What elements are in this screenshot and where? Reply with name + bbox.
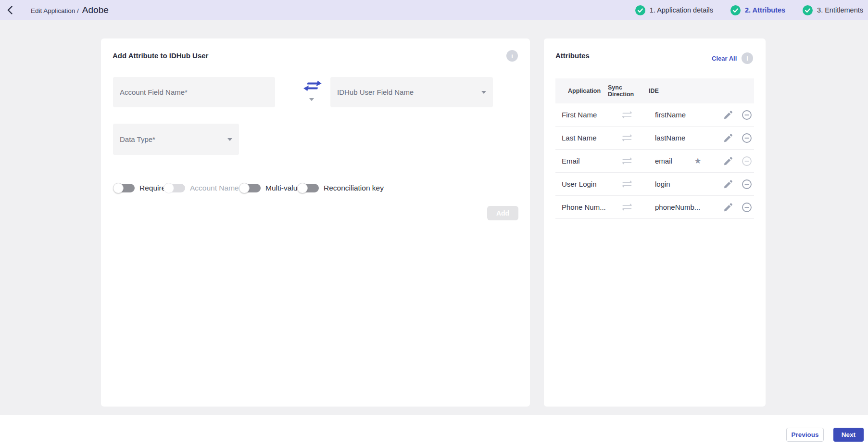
sync-direction-icon — [620, 180, 633, 188]
table-row: First Name firstName — [555, 103, 754, 127]
multi-value-toggle[interactable] — [239, 183, 261, 193]
page-title-app-name: Adobe — [82, 5, 109, 15]
sync-direction-icon — [620, 203, 633, 211]
ide-field-name: email — [655, 157, 672, 165]
step-entitlements[interactable]: 3. Entitlements — [803, 5, 863, 15]
minus-circle-icon — [742, 133, 752, 143]
clear-all-button[interactable]: Clear All — [712, 55, 737, 62]
top-header-bar: Edit Application / Adobe 1. Application … — [0, 0, 868, 20]
toggle-thumb — [297, 183, 308, 193]
table-row: Phone Num... phoneNumb... — [555, 196, 754, 219]
attribute-name: Last Name — [555, 134, 620, 142]
table-row: User Login login — [555, 173, 754, 196]
toggle-group-required: Required — [113, 183, 170, 193]
table-row: Email email ★ — [555, 150, 754, 173]
idhub-user-field-dropdown[interactable]: IDHub User Field Name — [330, 77, 493, 107]
next-button[interactable]: Next — [833, 428, 864, 442]
remove-attribute-button[interactable] — [742, 202, 752, 213]
edit-attribute-button[interactable] — [723, 179, 733, 189]
sync-direction-icon — [620, 134, 633, 142]
add-attribute-card: Add Attribute to IDHub User i IDHub User… — [101, 38, 530, 407]
sync-direction-selector[interactable] — [301, 80, 323, 101]
previous-button[interactable]: Previous — [786, 428, 824, 442]
pencil-icon — [723, 179, 733, 189]
ide-field-name: login — [655, 180, 670, 188]
step-attributes[interactable]: 2. Attributes — [730, 5, 785, 15]
chevron-down-icon — [227, 138, 232, 141]
info-icon[interactable]: i — [742, 52, 753, 64]
data-type-placeholder: Data Type* — [120, 135, 155, 143]
wizard-steps: 1. Application details 2. Attributes 3. … — [635, 0, 865, 20]
minus-circle-icon — [742, 156, 752, 166]
column-header-application: Application — [555, 88, 608, 94]
add-button[interactable]: Add — [487, 206, 518, 220]
attributes-title: Attributes — [555, 51, 590, 60]
column-header-ide: IDE — [649, 88, 754, 94]
table-row: Last Name lastName — [555, 127, 754, 150]
chevron-down-icon — [481, 91, 486, 94]
minus-circle-icon — [742, 179, 752, 190]
ide-field-name: lastName — [655, 134, 685, 142]
pencil-icon — [723, 133, 733, 143]
ide-field-name: firstName — [655, 111, 686, 119]
remove-attribute-button[interactable] — [742, 110, 752, 120]
idhub-user-field-placeholder: IDHub User Field Name — [337, 88, 414, 96]
breadcrumb-prefix: Edit Application / — [31, 7, 79, 14]
step-label: 2. Attributes — [745, 6, 785, 14]
sync-direction-caret-icon — [309, 98, 314, 101]
ide-field-name: phoneNumb... — [655, 203, 700, 211]
remove-attribute-button-disabled — [742, 156, 752, 166]
step-complete-check-icon — [635, 5, 645, 15]
minus-circle-icon — [742, 202, 752, 213]
edit-attribute-button[interactable] — [723, 110, 733, 120]
step-complete-check-icon — [803, 5, 813, 15]
toggle-thumb — [164, 183, 174, 193]
step-complete-check-icon — [730, 5, 741, 15]
breadcrumb: Edit Application / Adobe — [31, 5, 109, 15]
column-header-sync-direction: Sync Direction — [608, 84, 649, 98]
attribute-name: First Name — [555, 111, 620, 119]
table-header-row: Application Sync Direction IDE — [555, 78, 754, 103]
pencil-icon — [723, 203, 733, 212]
reconciliation-key-toggle[interactable] — [297, 183, 319, 193]
step-label: 1. Application details — [650, 6, 713, 14]
add-attribute-title: Add Attribute to IDHub User — [113, 51, 208, 60]
toggle-label: Multi-value — [265, 184, 302, 192]
account-field-name-input[interactable] — [120, 88, 268, 96]
sync-direction-icon — [620, 157, 633, 165]
toggle-thumb — [239, 183, 250, 193]
back-button[interactable] — [0, 0, 19, 20]
attribute-name: User Login — [555, 180, 620, 188]
attributes-card: Attributes Clear All i Application Sync … — [544, 38, 766, 407]
required-toggle[interactable] — [113, 183, 135, 193]
account-field-name-input-wrap — [113, 77, 275, 107]
footer-bar: Previous Next — [0, 415, 868, 446]
sync-direction-icon — [620, 111, 633, 119]
data-type-dropdown[interactable]: Data Type* — [113, 124, 239, 155]
account-name-field-toggle — [164, 183, 185, 193]
remove-attribute-button[interactable] — [742, 179, 752, 190]
toggle-thumb — [113, 183, 124, 193]
toggle-group-multi-value: Multi-value — [239, 183, 302, 193]
sync-direction-swap-icon — [302, 80, 322, 92]
pencil-icon — [723, 156, 733, 166]
toggle-label: Reconciliation key — [324, 184, 384, 192]
minus-circle-icon — [742, 110, 752, 120]
primary-star-icon: ★ — [694, 156, 701, 166]
chevron-left-icon — [7, 6, 13, 14]
remove-attribute-button[interactable] — [742, 133, 752, 143]
pencil-icon — [723, 110, 733, 120]
edit-attribute-button[interactable] — [723, 133, 733, 143]
edit-attribute-button[interactable] — [723, 203, 733, 212]
attribute-name: Phone Num... — [555, 203, 620, 211]
step-application-details[interactable]: 1. Application details — [635, 5, 713, 15]
attributes-table: Application Sync Direction IDE First Nam… — [555, 78, 754, 219]
step-label: 3. Entitlements — [817, 6, 863, 14]
toggle-group-reconciliation-key: Reconciliation key — [297, 183, 384, 193]
attribute-name: Email — [555, 157, 620, 165]
edit-attribute-button[interactable] — [723, 156, 733, 166]
info-icon[interactable]: i — [506, 50, 518, 62]
